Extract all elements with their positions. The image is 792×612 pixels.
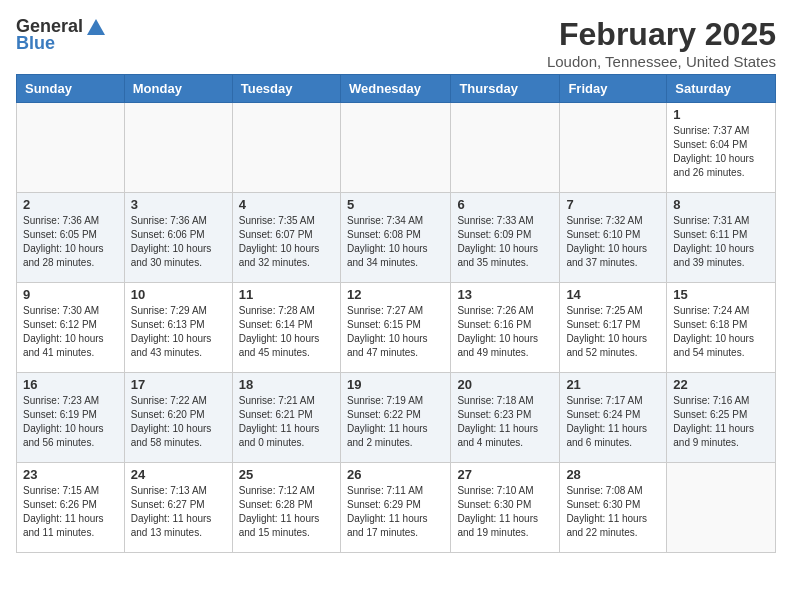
calendar-week-row: 2Sunrise: 7:36 AM Sunset: 6:05 PM Daylig… — [17, 193, 776, 283]
table-row: 9Sunrise: 7:30 AM Sunset: 6:12 PM Daylig… — [17, 283, 125, 373]
day-number: 7 — [566, 197, 660, 212]
calendar-week-row: 9Sunrise: 7:30 AM Sunset: 6:12 PM Daylig… — [17, 283, 776, 373]
day-info: Sunrise: 7:36 AM Sunset: 6:06 PM Dayligh… — [131, 214, 226, 270]
day-info: Sunrise: 7:33 AM Sunset: 6:09 PM Dayligh… — [457, 214, 553, 270]
day-info: Sunrise: 7:37 AM Sunset: 6:04 PM Dayligh… — [673, 124, 769, 180]
day-number: 9 — [23, 287, 118, 302]
day-number: 23 — [23, 467, 118, 482]
day-info: Sunrise: 7:19 AM Sunset: 6:22 PM Dayligh… — [347, 394, 444, 450]
day-info: Sunrise: 7:17 AM Sunset: 6:24 PM Dayligh… — [566, 394, 660, 450]
day-info: Sunrise: 7:10 AM Sunset: 6:30 PM Dayligh… — [457, 484, 553, 540]
table-row: 21Sunrise: 7:17 AM Sunset: 6:24 PM Dayli… — [560, 373, 667, 463]
day-info: Sunrise: 7:16 AM Sunset: 6:25 PM Dayligh… — [673, 394, 769, 450]
day-number: 8 — [673, 197, 769, 212]
header-saturday: Saturday — [667, 75, 776, 103]
calendar-week-row: 23Sunrise: 7:15 AM Sunset: 6:26 PM Dayli… — [17, 463, 776, 553]
header: General Blue February 2025 Loudon, Tenne… — [16, 16, 776, 70]
day-info: Sunrise: 7:08 AM Sunset: 6:30 PM Dayligh… — [566, 484, 660, 540]
day-number: 16 — [23, 377, 118, 392]
day-info: Sunrise: 7:34 AM Sunset: 6:08 PM Dayligh… — [347, 214, 444, 270]
day-number: 2 — [23, 197, 118, 212]
table-row: 23Sunrise: 7:15 AM Sunset: 6:26 PM Dayli… — [17, 463, 125, 553]
day-number: 28 — [566, 467, 660, 482]
day-number: 24 — [131, 467, 226, 482]
day-number: 3 — [131, 197, 226, 212]
day-number: 5 — [347, 197, 444, 212]
day-number: 26 — [347, 467, 444, 482]
day-info: Sunrise: 7:22 AM Sunset: 6:20 PM Dayligh… — [131, 394, 226, 450]
table-row: 17Sunrise: 7:22 AM Sunset: 6:20 PM Dayli… — [124, 373, 232, 463]
day-number: 21 — [566, 377, 660, 392]
calendar-table: Sunday Monday Tuesday Wednesday Thursday… — [16, 74, 776, 553]
day-info: Sunrise: 7:27 AM Sunset: 6:15 PM Dayligh… — [347, 304, 444, 360]
table-row: 12Sunrise: 7:27 AM Sunset: 6:15 PM Dayli… — [340, 283, 450, 373]
table-row: 13Sunrise: 7:26 AM Sunset: 6:16 PM Dayli… — [451, 283, 560, 373]
day-number: 14 — [566, 287, 660, 302]
header-thursday: Thursday — [451, 75, 560, 103]
day-number: 1 — [673, 107, 769, 122]
table-row: 10Sunrise: 7:29 AM Sunset: 6:13 PM Dayli… — [124, 283, 232, 373]
day-number: 22 — [673, 377, 769, 392]
table-row: 16Sunrise: 7:23 AM Sunset: 6:19 PM Dayli… — [17, 373, 125, 463]
table-row: 25Sunrise: 7:12 AM Sunset: 6:28 PM Dayli… — [232, 463, 340, 553]
title-section: February 2025 Loudon, Tennessee, United … — [547, 16, 776, 70]
table-row — [232, 103, 340, 193]
table-row: 14Sunrise: 7:25 AM Sunset: 6:17 PM Dayli… — [560, 283, 667, 373]
calendar-title: February 2025 — [547, 16, 776, 53]
table-row: 24Sunrise: 7:13 AM Sunset: 6:27 PM Dayli… — [124, 463, 232, 553]
logo-blue: Blue — [16, 33, 55, 54]
day-info: Sunrise: 7:28 AM Sunset: 6:14 PM Dayligh… — [239, 304, 334, 360]
day-info: Sunrise: 7:30 AM Sunset: 6:12 PM Dayligh… — [23, 304, 118, 360]
day-number: 18 — [239, 377, 334, 392]
day-info: Sunrise: 7:32 AM Sunset: 6:10 PM Dayligh… — [566, 214, 660, 270]
day-info: Sunrise: 7:36 AM Sunset: 6:05 PM Dayligh… — [23, 214, 118, 270]
table-row: 4Sunrise: 7:35 AM Sunset: 6:07 PM Daylig… — [232, 193, 340, 283]
header-friday: Friday — [560, 75, 667, 103]
day-info: Sunrise: 7:35 AM Sunset: 6:07 PM Dayligh… — [239, 214, 334, 270]
day-number: 4 — [239, 197, 334, 212]
header-wednesday: Wednesday — [340, 75, 450, 103]
day-number: 25 — [239, 467, 334, 482]
table-row: 27Sunrise: 7:10 AM Sunset: 6:30 PM Dayli… — [451, 463, 560, 553]
logo: General Blue — [16, 16, 109, 54]
calendar-header-row: Sunday Monday Tuesday Wednesday Thursday… — [17, 75, 776, 103]
table-row: 19Sunrise: 7:19 AM Sunset: 6:22 PM Dayli… — [340, 373, 450, 463]
day-number: 10 — [131, 287, 226, 302]
day-info: Sunrise: 7:26 AM Sunset: 6:16 PM Dayligh… — [457, 304, 553, 360]
day-info: Sunrise: 7:29 AM Sunset: 6:13 PM Dayligh… — [131, 304, 226, 360]
day-info: Sunrise: 7:13 AM Sunset: 6:27 PM Dayligh… — [131, 484, 226, 540]
day-info: Sunrise: 7:25 AM Sunset: 6:17 PM Dayligh… — [566, 304, 660, 360]
day-number: 13 — [457, 287, 553, 302]
day-info: Sunrise: 7:18 AM Sunset: 6:23 PM Dayligh… — [457, 394, 553, 450]
calendar-subtitle: Loudon, Tennessee, United States — [547, 53, 776, 70]
day-info: Sunrise: 7:24 AM Sunset: 6:18 PM Dayligh… — [673, 304, 769, 360]
table-row: 11Sunrise: 7:28 AM Sunset: 6:14 PM Dayli… — [232, 283, 340, 373]
table-row: 15Sunrise: 7:24 AM Sunset: 6:18 PM Dayli… — [667, 283, 776, 373]
day-number: 17 — [131, 377, 226, 392]
day-info: Sunrise: 7:15 AM Sunset: 6:26 PM Dayligh… — [23, 484, 118, 540]
header-tuesday: Tuesday — [232, 75, 340, 103]
logo-icon — [85, 17, 107, 37]
table-row: 7Sunrise: 7:32 AM Sunset: 6:10 PM Daylig… — [560, 193, 667, 283]
header-sunday: Sunday — [17, 75, 125, 103]
day-number: 19 — [347, 377, 444, 392]
header-monday: Monday — [124, 75, 232, 103]
table-row — [667, 463, 776, 553]
day-info: Sunrise: 7:23 AM Sunset: 6:19 PM Dayligh… — [23, 394, 118, 450]
day-number: 12 — [347, 287, 444, 302]
day-number: 6 — [457, 197, 553, 212]
table-row: 1Sunrise: 7:37 AM Sunset: 6:04 PM Daylig… — [667, 103, 776, 193]
table-row — [560, 103, 667, 193]
table-row — [340, 103, 450, 193]
table-row: 28Sunrise: 7:08 AM Sunset: 6:30 PM Dayli… — [560, 463, 667, 553]
table-row — [124, 103, 232, 193]
day-number: 27 — [457, 467, 553, 482]
table-row: 5Sunrise: 7:34 AM Sunset: 6:08 PM Daylig… — [340, 193, 450, 283]
table-row: 18Sunrise: 7:21 AM Sunset: 6:21 PM Dayli… — [232, 373, 340, 463]
table-row: 2Sunrise: 7:36 AM Sunset: 6:05 PM Daylig… — [17, 193, 125, 283]
day-number: 11 — [239, 287, 334, 302]
table-row — [451, 103, 560, 193]
table-row: 20Sunrise: 7:18 AM Sunset: 6:23 PM Dayli… — [451, 373, 560, 463]
calendar-week-row: 1Sunrise: 7:37 AM Sunset: 6:04 PM Daylig… — [17, 103, 776, 193]
table-row: 6Sunrise: 7:33 AM Sunset: 6:09 PM Daylig… — [451, 193, 560, 283]
